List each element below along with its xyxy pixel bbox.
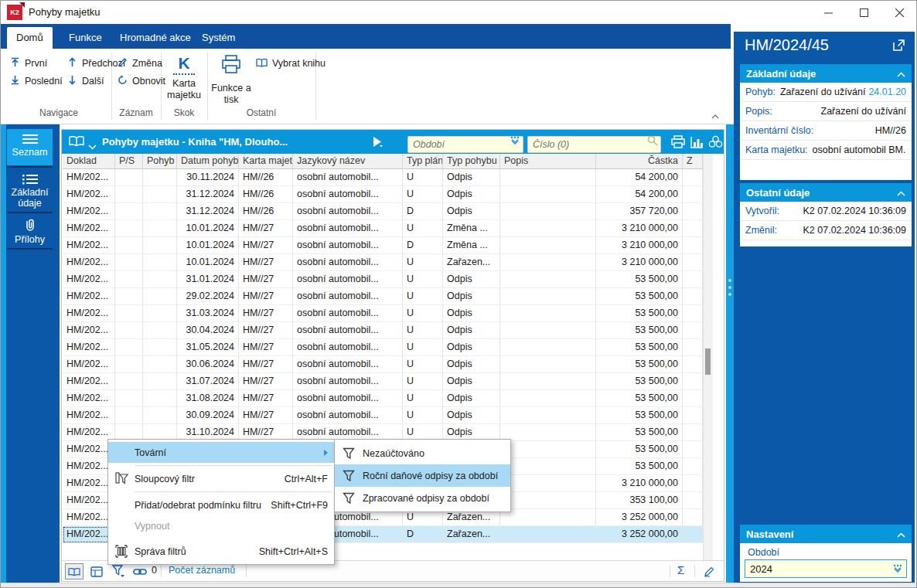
first-label: První: [25, 58, 47, 69]
number-filter-input[interactable]: [527, 136, 661, 153]
play-filter-icon[interactable]: [373, 137, 384, 151]
last-button[interactable]: Poslední: [10, 74, 63, 88]
table-cell-z: [683, 509, 703, 526]
table-row[interactable]: HM/202...30.09.2024HM//27osobní automobi…: [63, 407, 703, 424]
table-row[interactable]: HM/202...10.01.2024HM//27osobní automobi…: [63, 237, 703, 254]
next-button[interactable]: Další: [67, 74, 104, 88]
maximize-button[interactable]: [846, 1, 881, 24]
pick-book-button[interactable]: Vybrat knihu: [256, 56, 326, 70]
context-submenu: Nezaúčtováno Roční daňové odpisy za obdo…: [334, 439, 511, 512]
book-view-toggle-icon[interactable]: [65, 563, 84, 580]
sum-sigma-icon[interactable]: Σ: [677, 563, 684, 576]
chevron-up-icon[interactable]: [897, 187, 905, 199]
table-row[interactable]: HM/202...31.03.2024HM//27osobní automobi…: [63, 305, 703, 322]
table-cell-karta: HM//27: [239, 373, 293, 390]
table-row[interactable]: HM/202...30.11.2024HM//26osobní automobi…: [63, 169, 703, 186]
book-icon[interactable]: [69, 135, 84, 150]
table-cell-popis: [500, 254, 596, 271]
table-cell-popis: [500, 305, 596, 322]
menu-item-sprava-filtru[interactable]: Správa filtrů Shift+Ctrl+Alt+S: [108, 541, 334, 562]
table-cell-datum: 29.02.2024: [177, 288, 239, 305]
column-header[interactable]: Částka: [596, 154, 683, 169]
table-row[interactable]: HM/202...31.01.2024HM//27osobní automobi…: [63, 271, 703, 288]
tab-domu[interactable]: Domů: [7, 27, 53, 49]
link-icon[interactable]: [131, 563, 148, 580]
filter-dropdown-icon[interactable]: [110, 563, 127, 580]
lookup-dots-icon[interactable]: [510, 135, 520, 149]
table-row[interactable]: HM/202...31.07.2024HM//27osobní automobi…: [63, 373, 703, 390]
menu-item-tovarni[interactable]: Tovární: [108, 442, 334, 463]
collapse-ribbon-chevron-icon[interactable]: [711, 109, 720, 123]
column-header[interactable]: Doklad: [63, 154, 115, 169]
table-row[interactable]: HM/202...10.01.2024HM//27osobní automobi…: [63, 254, 703, 271]
submenu-item-rocni-danove-odpisy[interactable]: Roční daňové odpisy za období: [335, 464, 510, 487]
functions-print-button[interactable]: Funkce a tisk: [210, 55, 253, 106]
book-icon: [256, 58, 268, 70]
table-cell-karta: HM//26: [239, 186, 293, 203]
table-row[interactable]: HM/202...29.02.2024HM//27osobní automobi…: [63, 288, 703, 305]
previous-button[interactable]: Předchozí: [67, 56, 125, 70]
k-dots-icon: [173, 73, 195, 75]
minimize-button[interactable]: [810, 1, 846, 24]
table-row[interactable]: HM/202...31.12.2024HM//26osobní automobi…: [63, 186, 703, 203]
chevron-down-icon[interactable]: [88, 139, 97, 153]
submenu-item-nezauctovano[interactable]: Nezaúčtováno: [335, 442, 510, 464]
search-icon[interactable]: [647, 135, 658, 149]
sidebar-item-seznam[interactable]: Seznam: [7, 129, 53, 165]
asset-card-button[interactable]: K Karta majetku: [163, 55, 205, 101]
table-cell-castka: 3 210 000,00: [596, 237, 683, 254]
panel-splitter[interactable]: [726, 124, 734, 583]
table-cell-plan: U: [403, 373, 443, 390]
lookup-dots-icon[interactable]: [892, 563, 903, 577]
sidebar-item-prilohy[interactable]: Přílohy: [7, 214, 53, 249]
link-count: 0: [152, 565, 157, 576]
menu-item-pridat-odebrat-podminku[interactable]: Přidat/odebrat podmínku filtru Shift+Ctr…: [108, 495, 334, 515]
detail-value-text: Zařazení do užívání: [780, 87, 865, 97]
section-header[interactable]: Nastavení: [740, 525, 912, 543]
table-row[interactable]: HM/202...10.01.2024HM//27osobní automobi…: [63, 220, 703, 237]
chevron-up-icon[interactable]: [897, 68, 905, 80]
edit-pencil-icon[interactable]: [701, 563, 718, 580]
chevron-up-icon[interactable]: [897, 529, 905, 540]
column-header[interactable]: Datum pohybu: [177, 154, 239, 169]
period-setting-input[interactable]: [745, 559, 907, 578]
tab-hromadne-akce[interactable]: Hromadné akce: [111, 27, 200, 49]
table-row[interactable]: HM/202...31.08.2024HM//27osobní automobi…: [63, 390, 703, 407]
sidebar-separator: [7, 212, 53, 213]
column-header[interactable]: Typ pohybu: [443, 154, 500, 169]
column-header[interactable]: Popis: [500, 154, 596, 169]
column-header[interactable]: Jazykový název: [293, 154, 403, 169]
submenu-item-zpracovane-odpisy[interactable]: Zpracované odpisy za období: [335, 487, 510, 509]
refresh-button[interactable]: Obnovit: [118, 74, 165, 88]
menu-item-sloupcovy-filtr[interactable]: Sloupcový filtr Ctrl+Alt+F: [108, 468, 334, 489]
close-button[interactable]: [881, 1, 917, 24]
table-row[interactable]: HM/202...30.04.2024HM//27osobní automobi…: [63, 322, 703, 339]
column-header[interactable]: Pohyb: [143, 154, 177, 169]
section-zakladni-udaje: Základní údaje Pohyb: Zařazení do užíván…: [740, 64, 912, 180]
table-row[interactable]: HM/202...31.12.2024HM//26osobní automobi…: [63, 203, 703, 220]
table-cell-ps: [115, 305, 143, 322]
relations-icon[interactable]: [707, 134, 724, 150]
submenu-item-label: Zpracované odpisy za období: [363, 493, 489, 504]
open-in-new-icon[interactable]: [893, 39, 905, 54]
column-header[interactable]: Typ plánu: [403, 154, 443, 169]
section-header[interactable]: Ostatní údaje: [740, 183, 912, 202]
table-cell-datum: 31.05.2024: [177, 339, 239, 356]
table-row[interactable]: HM/202...31.05.2024HM//27osobní automobi…: [63, 339, 703, 356]
column-header[interactable]: P/S: [115, 154, 143, 169]
change-button[interactable]: Změna: [118, 56, 162, 70]
column-header[interactable]: Karta majetku: [239, 154, 293, 169]
tab-funkce[interactable]: Funkce: [60, 27, 111, 49]
table-cell-pohyb: [143, 254, 177, 271]
sidebar-item-zakladni-udaje[interactable]: Základní údaje: [7, 169, 53, 212]
print-icon[interactable]: [670, 134, 687, 150]
card-view-icon[interactable]: [88, 563, 105, 580]
table-row[interactable]: HM/202...30.06.2024HM//27osobní automobi…: [63, 356, 703, 373]
section-header[interactable]: Základní údaje: [740, 64, 912, 83]
scrollbar-thumb[interactable]: [705, 348, 711, 375]
tab-system[interactable]: Systém: [193, 27, 244, 49]
first-button[interactable]: První: [10, 56, 47, 70]
column-header[interactable]: Z: [683, 154, 703, 169]
period-filter-input[interactable]: [407, 136, 523, 153]
chart-icon[interactable]: [688, 134, 705, 150]
